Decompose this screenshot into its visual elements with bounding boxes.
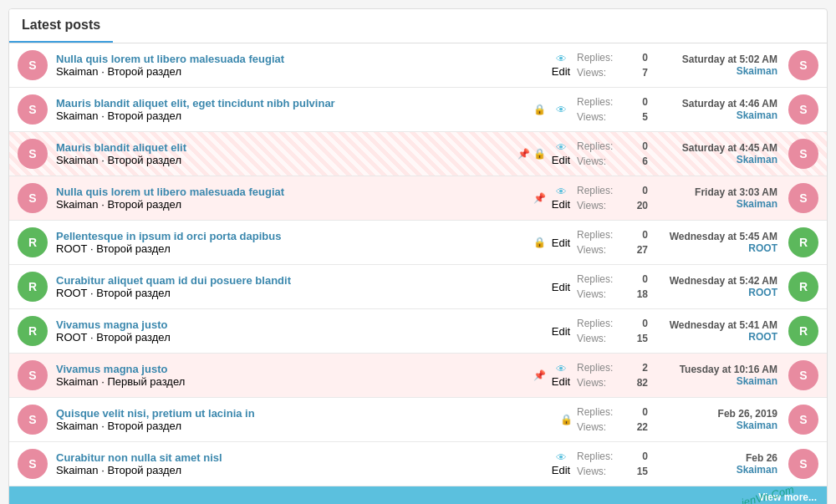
avatar-left[interactable]: R — [18, 316, 48, 346]
views-value: 82 — [631, 375, 648, 390]
replies-stat: Replies:0 — [577, 50, 648, 65]
post-title[interactable]: Vivamus magna justo — [56, 318, 522, 331]
avatar-left[interactable]: S — [18, 50, 48, 80]
date-user[interactable]: Skaiman — [648, 65, 777, 77]
author-name[interactable]: Skaiman — [56, 198, 99, 211]
icons-area: 👁Edit — [522, 53, 573, 78]
eye-icon[interactable]: 👁 — [556, 141, 567, 154]
author-name[interactable]: Skaiman — [56, 65, 99, 78]
views-stat: Views:20 — [577, 198, 648, 213]
date-user[interactable]: ROOT — [648, 242, 777, 254]
edit-label[interactable]: Edit — [552, 281, 570, 293]
date-line: Tuesday at 10:16 AM — [648, 364, 777, 375]
edit-label[interactable]: Edit — [552, 375, 570, 388]
panel-title: Latest posts — [9, 9, 113, 43]
avatar-left[interactable]: S — [18, 405, 48, 435]
edit-label[interactable]: Edit — [552, 65, 570, 78]
post-title[interactable]: Nulla quis lorem ut libero malesuada feu… — [56, 186, 522, 198]
eye-icon[interactable]: 👁 — [556, 186, 567, 198]
avatar-left[interactable]: S — [18, 94, 48, 125]
views-value: 18 — [631, 287, 648, 302]
replies-stat: Replies:0 — [577, 316, 648, 331]
replies-stat: Replies:0 — [577, 405, 648, 420]
avatar-right[interactable]: R — [788, 227, 818, 257]
date-user[interactable]: ROOT — [648, 331, 777, 343]
date-user[interactable]: Skaiman — [648, 109, 777, 121]
date-area: Saturday at 5:02 AMSkaiman — [648, 53, 782, 77]
date-line: Wednesday at 5:42 AM — [648, 275, 777, 287]
icons-area: 🔒 — [522, 414, 573, 425]
avatar-right[interactable]: S — [788, 50, 818, 80]
views-value: 27 — [631, 242, 648, 257]
post-title[interactable]: Curabitur aliquet quam id dui posuere bl… — [56, 274, 522, 287]
author-name[interactable]: Skaiman — [56, 420, 99, 432]
views-stat: Views:82 — [577, 375, 648, 390]
post-title[interactable]: Vivamus magna justo — [56, 363, 522, 375]
author-name[interactable]: ROOT — [56, 242, 87, 255]
date-area: Wednesday at 5:45 AMROOT — [648, 231, 782, 254]
date-user[interactable]: ROOT — [648, 287, 777, 298]
eye-icon[interactable]: 👁 — [556, 363, 567, 375]
post-title[interactable]: Curabitur non nulla sit amet nisl — [56, 451, 522, 464]
avatar-right[interactable]: R — [788, 316, 818, 346]
author-name[interactable]: Skaiman — [56, 464, 99, 476]
edit-label[interactable]: Edit — [552, 154, 570, 166]
view-more-button[interactable]: View more... — [9, 486, 827, 504]
replies-stat: Replies:0 — [577, 139, 648, 154]
post-title[interactable]: Nulla quis lorem ut libero malesuada feu… — [56, 53, 522, 65]
date-area: Tuesday at 10:16 AMSkaiman — [648, 364, 782, 387]
post-row: RPellentesque in ipsum id orci porta dap… — [9, 221, 827, 265]
edit-label[interactable]: Edit — [552, 198, 570, 211]
post-meta: Skaiman · Второй раздел — [56, 65, 181, 78]
author-name[interactable]: Skaiman — [56, 375, 99, 388]
avatar-left[interactable]: R — [18, 227, 48, 257]
icons-area: Edit — [522, 281, 573, 293]
replies-label: Replies: — [577, 360, 613, 375]
date-area: Saturday at 4:46 AMSkaiman — [648, 98, 782, 121]
avatar-left[interactable]: S — [18, 139, 48, 169]
eye-icon[interactable]: 👁 — [556, 53, 567, 65]
post-row: SNulla quis lorem ut libero malesuada fe… — [9, 176, 827, 221]
author-name[interactable]: ROOT — [56, 331, 87, 344]
post-title[interactable]: Quisque velit nisi, pretium ut lacinia i… — [56, 407, 522, 420]
date-user[interactable]: Skaiman — [648, 464, 777, 476]
icons-area: 📌👁Edit — [522, 363, 573, 388]
lock-icon: 🔒 — [533, 104, 546, 115]
avatar-right[interactable]: S — [788, 139, 818, 169]
post-title[interactable]: Mauris blandit aliquet elit — [56, 141, 522, 154]
views-stat: Views:15 — [577, 331, 648, 346]
eye-icon[interactable]: 👁 — [556, 104, 567, 116]
avatar-left[interactable]: S — [18, 183, 48, 213]
avatar-right[interactable]: S — [788, 94, 818, 125]
post-title[interactable]: Pellentesque in ipsum id orci porta dapi… — [56, 230, 522, 242]
avatar-left[interactable]: S — [18, 449, 48, 479]
avatar-left[interactable]: S — [18, 360, 48, 390]
replies-stat: Replies:0 — [577, 449, 648, 464]
date-line: Saturday at 5:02 AM — [648, 53, 777, 65]
date-user[interactable]: Skaiman — [648, 198, 777, 210]
edit-label[interactable]: Edit — [552, 464, 570, 476]
views-label: Views: — [577, 375, 606, 390]
author-name[interactable]: ROOT — [56, 287, 87, 299]
avatar-left[interactable]: R — [18, 272, 48, 302]
author-name[interactable]: Skaiman — [56, 109, 99, 122]
icons-area: 🔒Edit — [522, 237, 573, 249]
avatar-right[interactable]: S — [788, 360, 818, 390]
eye-icon[interactable]: 👁 — [556, 451, 567, 464]
avatar-right[interactable]: R — [788, 272, 818, 302]
date-user[interactable]: Skaiman — [648, 154, 777, 165]
replies-value: 2 — [631, 360, 648, 375]
replies-value: 0 — [631, 94, 648, 109]
author-name[interactable]: Skaiman — [56, 154, 99, 166]
post-title[interactable]: Mauris blandit aliquet elit, eget tincid… — [56, 97, 522, 109]
replies-stat: Replies:0 — [577, 94, 648, 109]
stats-area: Replies:0Views:5 — [573, 94, 648, 125]
date-user[interactable]: Skaiman — [648, 375, 777, 387]
post-info: Pellentesque in ipsum id orci porta dapi… — [56, 230, 522, 255]
date-user[interactable]: Skaiman — [648, 420, 777, 431]
edit-label[interactable]: Edit — [552, 325, 570, 338]
edit-label[interactable]: Edit — [552, 237, 570, 249]
avatar-right[interactable]: S — [788, 449, 818, 479]
avatar-right[interactable]: S — [788, 183, 818, 213]
avatar-right[interactable]: S — [788, 405, 818, 435]
